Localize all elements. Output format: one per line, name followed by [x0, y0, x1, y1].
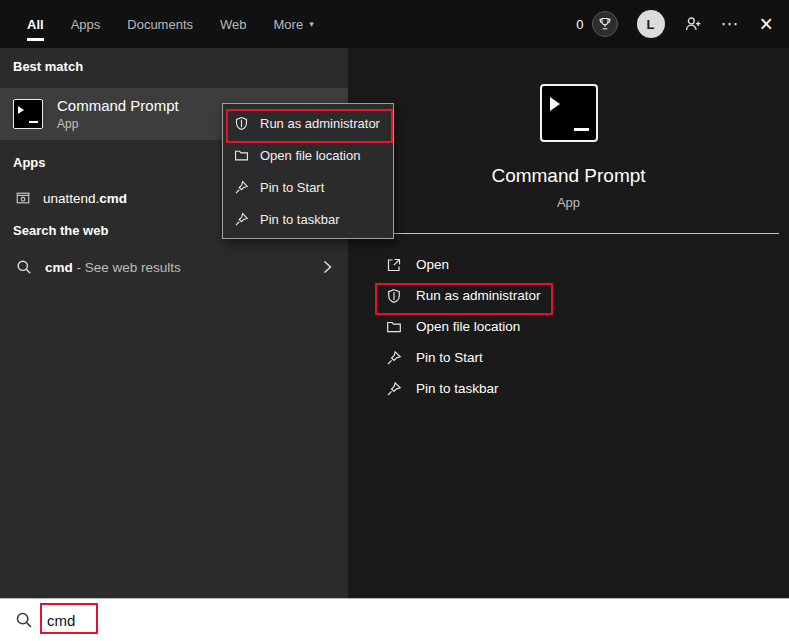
web-search-result[interactable]: cmd - See web results	[0, 249, 348, 285]
folder-icon	[386, 319, 402, 335]
context-menu-open-file-location[interactable]: Open file location	[223, 139, 393, 171]
pin-icon	[234, 180, 249, 195]
action-label: Pin to Start	[416, 350, 483, 365]
admin-shield-icon	[234, 116, 249, 131]
apps-header: Apps	[13, 155, 46, 170]
pin-icon	[386, 350, 402, 366]
menu-item-label: Pin to taskbar	[260, 212, 340, 227]
action-label: Pin to taskbar	[416, 381, 499, 396]
menu-item-label: Open file location	[260, 148, 360, 163]
tab-more[interactable]: More ▾	[274, 0, 314, 48]
search-input[interactable]	[47, 612, 367, 629]
action-label: Run as administrator	[416, 288, 541, 303]
tab-more-label: More	[274, 17, 304, 32]
context-menu-pin-to-taskbar[interactable]: Pin to taskbar	[223, 203, 393, 235]
command-prompt-icon-large	[540, 84, 598, 142]
tab-web[interactable]: Web	[220, 0, 247, 48]
pin-icon	[386, 381, 402, 397]
chevron-right-icon[interactable]	[319, 259, 335, 275]
filter-tabs: All Apps Documents Web More ▾	[27, 0, 314, 48]
search-bar	[0, 598, 789, 641]
avatar[interactable]: L	[637, 10, 665, 38]
preview-action-run-as-administrator[interactable]: Run as administrator	[348, 280, 789, 311]
preview-subtitle: App	[348, 195, 789, 210]
preview-action-pin-to-taskbar[interactable]: Pin to taskbar	[348, 373, 789, 404]
admin-shield-icon	[386, 288, 402, 304]
rewards-trophy-icon	[592, 11, 618, 37]
tab-web-label: Web	[220, 17, 247, 32]
menu-item-label: Run as administrator	[260, 116, 380, 131]
file-name: unattend.cmd	[43, 191, 127, 206]
result-subtitle: App	[57, 117, 179, 131]
tab-documents[interactable]: Documents	[127, 0, 193, 48]
web-result-text: cmd - See web results	[45, 260, 181, 275]
search-icon	[16, 259, 32, 275]
search-icon	[15, 611, 33, 629]
rewards-button[interactable]: 0	[576, 11, 617, 37]
people-icon[interactable]	[684, 15, 702, 33]
command-prompt-icon	[13, 99, 43, 129]
context-menu-pin-to-start[interactable]: Pin to Start	[223, 171, 393, 203]
preview-panel: Command Prompt App Open Run as administr…	[348, 48, 789, 598]
pin-icon	[234, 212, 249, 227]
tab-all-label: All	[27, 17, 44, 32]
cmd-file-icon	[15, 190, 31, 206]
chevron-down-icon: ▾	[309, 19, 314, 29]
rewards-count: 0	[576, 17, 583, 32]
divider	[358, 233, 779, 234]
tab-all[interactable]: All	[27, 0, 44, 48]
results-panel: Best match Command Prompt App Apps unatt…	[0, 48, 348, 598]
preview-action-open-file-location[interactable]: Open file location	[348, 311, 789, 342]
avatar-letter: L	[647, 17, 655, 32]
preview-action-pin-to-start[interactable]: Pin to Start	[348, 342, 789, 373]
best-match-header: Best match	[13, 59, 83, 74]
tab-documents-label: Documents	[127, 17, 193, 32]
preview-action-open[interactable]: Open	[348, 249, 789, 280]
action-label: Open	[416, 257, 449, 272]
folder-icon	[234, 148, 249, 163]
action-label: Open file location	[416, 319, 520, 334]
context-menu-run-as-administrator[interactable]: Run as administrator	[223, 107, 393, 139]
open-icon	[386, 257, 402, 273]
best-match-texts: Command Prompt App	[57, 97, 179, 131]
tab-apps-label: Apps	[71, 17, 101, 32]
preview-title: Command Prompt	[348, 165, 789, 187]
search-topbar: All Apps Documents Web More ▾ 0 L ⋯ ×	[0, 0, 789, 48]
search-the-web-header: Search the web	[13, 223, 108, 238]
topbar-actions: 0 L ⋯ ×	[576, 0, 773, 48]
result-title: Command Prompt	[57, 97, 179, 114]
context-menu: Run as administrator Open file location …	[222, 103, 394, 239]
tab-apps[interactable]: Apps	[71, 0, 101, 48]
close-icon[interactable]: ×	[760, 2, 773, 46]
preview-actions: Open Run as administrator Open file loca…	[348, 249, 789, 404]
menu-item-label: Pin to Start	[260, 180, 324, 195]
more-options-icon[interactable]: ⋯	[721, 0, 741, 48]
